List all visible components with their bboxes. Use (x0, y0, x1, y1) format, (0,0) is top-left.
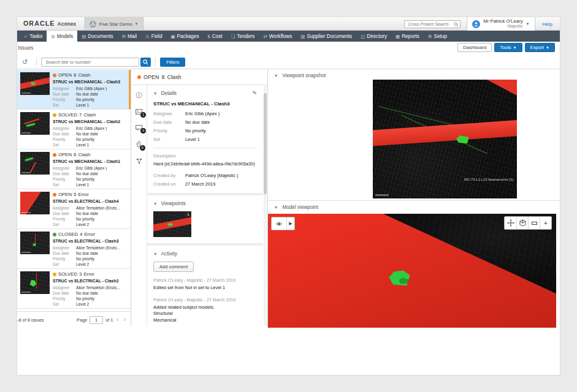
tab-setup[interactable]: ⚙Setup (424, 31, 451, 42)
project-selector[interactable]: Five Star Demo ▼ (85, 17, 143, 31)
tab-label: Tenders (237, 34, 254, 39)
zoom-in-icon[interactable]: + (540, 217, 551, 229)
cross-project-search[interactable] (404, 20, 460, 28)
zoom-out-icon[interactable] (528, 217, 540, 229)
comments-icon[interactable]: 0 (136, 125, 142, 130)
expand-arrow-icon[interactable]: ▶ (286, 217, 294, 230)
tab-packages[interactable]: ▣Packages (167, 31, 204, 42)
model-viewer[interactable]: ▶ + (268, 214, 556, 328)
tab-models[interactable]: ◍Models (47, 31, 77, 42)
tab-cost[interactable]: $Cost (204, 31, 227, 42)
tab-mail[interactable]: ✉Mail (118, 31, 141, 42)
assignee-value: Eric Gibb (Apex ) (76, 127, 128, 131)
user-menu[interactable]: Mr Patrick O'Leary Majestic ▼ (467, 17, 535, 31)
issue-card[interactable]: OPEN5Error STRUC vs ELECTRICAL - Clash4 … (17, 189, 131, 229)
priority-value: No priority (76, 217, 128, 222)
tab-tasks[interactable]: ✓Tasks (20, 31, 47, 42)
tab-directory[interactable]: ◫Directory (356, 31, 391, 42)
tab-tenders[interactable]: ❏Tenders (227, 31, 259, 42)
tab-field[interactable]: ⚠Field (141, 31, 166, 42)
page-input[interactable] (90, 316, 103, 324)
activity-section-header[interactable]: ▼ Activity (153, 251, 257, 257)
issue-card[interactable]: CLOSED4Error STRUC vs ELECTRICAL - Clash… (17, 229, 131, 269)
priority-value: No priority (76, 257, 128, 262)
issue-card[interactable]: SOLVED7Clash STRUC vs MECHANICAL - Clash… (17, 110, 131, 149)
oracle-aconex-logo: ORACLE Aconex (23, 20, 76, 27)
tab-label: Field (151, 34, 162, 39)
viewpoints-section-header[interactable]: ▼ Viewpoints (153, 200, 257, 206)
add-comment-button[interactable]: Add comment (153, 262, 194, 272)
issue-thumbnail (20, 72, 50, 95)
supplier-documents-icon: ▥ (300, 34, 305, 39)
assignee-label: Assignee (53, 206, 76, 211)
chevron-down-icon: ▼ (153, 91, 157, 96)
viewpoint-thumbnail[interactable]: 1 (153, 211, 191, 237)
issue-search-button[interactable] (140, 58, 151, 67)
tenders-icon: ❏ (231, 34, 235, 39)
related-models-icon[interactable] (136, 158, 142, 164)
issue-card[interactable]: OPEN8Clash STRUC vs MECHANICAL - Clash3 … (17, 70, 131, 110)
activity-text: Added related subject models; Structural… (153, 304, 257, 324)
assignee-value: Alice Templeton (Enzic... (76, 246, 128, 251)
page-actions: Dashboard Tools▼ Export▼ (457, 43, 555, 52)
viewpoint-snapshot-header[interactable]: ▼ Viewpoint snapshot (274, 73, 326, 78)
assignee-label: Assignee (153, 111, 185, 116)
issue-number: 6 (74, 153, 76, 157)
screenshot-canvas: ORACLE Aconex Five Star Demo ▼ Mr Patric… (0, 0, 577, 392)
tab-reports[interactable]: ▦Reports (391, 31, 424, 42)
clash-beam-corner (474, 80, 517, 96)
prev-page-icon[interactable]: ‹ (115, 317, 120, 323)
viewpoints-icon[interactable]: 1 (136, 109, 142, 115)
filters-button[interactable]: Filters (160, 58, 185, 67)
issue-type: Clash (78, 153, 90, 157)
issue-search[interactable] (41, 58, 139, 67)
next-page-icon[interactable]: › (123, 317, 127, 323)
issue-number: 4 (80, 232, 82, 237)
description-label: Description (153, 153, 257, 159)
help-link[interactable]: Help (535, 21, 560, 27)
attachment-icon[interactable]: 0 (137, 141, 142, 148)
issue-card[interactable]: SOLVED3Error STRUC vs ELECTRICAL - Clash… (17, 269, 131, 309)
pan-icon[interactable] (505, 217, 516, 229)
issue-number: 8 (74, 73, 76, 78)
export-button[interactable]: Export▼ (525, 43, 556, 52)
assignee-value: Alice Templeton (Enzic... (76, 206, 128, 211)
issue-status: OPEN (58, 153, 72, 157)
status-dot (53, 273, 56, 276)
edit-pencil-icon[interactable]: ✎ (252, 90, 257, 96)
status-dot (53, 233, 56, 236)
issue-number: 5 (74, 192, 76, 197)
tools-button[interactable]: Tools▼ (494, 43, 522, 52)
tab-documents[interactable]: ▤Documents (77, 31, 118, 42)
tab-label: Tasks (29, 34, 42, 39)
refresh-icon[interactable]: ↺ (22, 59, 28, 66)
priority-label: Priority (53, 98, 76, 102)
scrollbar-thumb[interactable] (264, 93, 267, 194)
set-label: Set (53, 223, 76, 227)
issue-card[interactable]: OPEN6Clash STRUC vs MECHANICAL - Clash1 … (17, 149, 131, 189)
dashboard-button[interactable]: Dashboard (457, 43, 492, 52)
activity-meta: Patrick O'Leary - Majestic - 27 March 20… (153, 298, 257, 303)
tab-supplier-documents[interactable]: ▥Supplier Documents (296, 31, 356, 42)
aconex-app-window: ORACLE Aconex Five Star Demo ▼ Mr Patric… (17, 17, 560, 375)
set-label: Set (53, 303, 76, 307)
model-viewpoint-header[interactable]: ▼ Model viewpoint (274, 205, 318, 210)
cross-project-search-input[interactable] (407, 21, 453, 28)
info-icon[interactable]: ⓘ (136, 92, 142, 99)
tab-workflows[interactable]: ⇄Workflows (259, 31, 296, 42)
viewer-visibility-controls: ▶ (271, 217, 295, 230)
issue-status: SOLVED (58, 272, 77, 277)
search-icon[interactable] (454, 22, 459, 27)
activity-text: Edited set from Not in set to Level 1 (153, 285, 257, 292)
top-bar: ORACLE Aconex Five Star Demo ▼ Mr Patric… (17, 17, 560, 31)
details-section-header[interactable]: ▼ Details ✎ (153, 90, 257, 96)
eye-icon[interactable] (272, 217, 286, 230)
issue-title: STRUC vs ELECTRICAL - Clash2 (53, 279, 128, 284)
comments-count-badge: 0 (140, 128, 146, 134)
section-divider (147, 193, 263, 195)
orbit-cube-icon[interactable] (516, 217, 528, 229)
cost-icon: $ (208, 34, 210, 39)
chevron-down-icon: ▼ (135, 22, 139, 26)
issue-search-input[interactable] (44, 59, 135, 66)
details-scrollbar[interactable] (264, 86, 267, 325)
